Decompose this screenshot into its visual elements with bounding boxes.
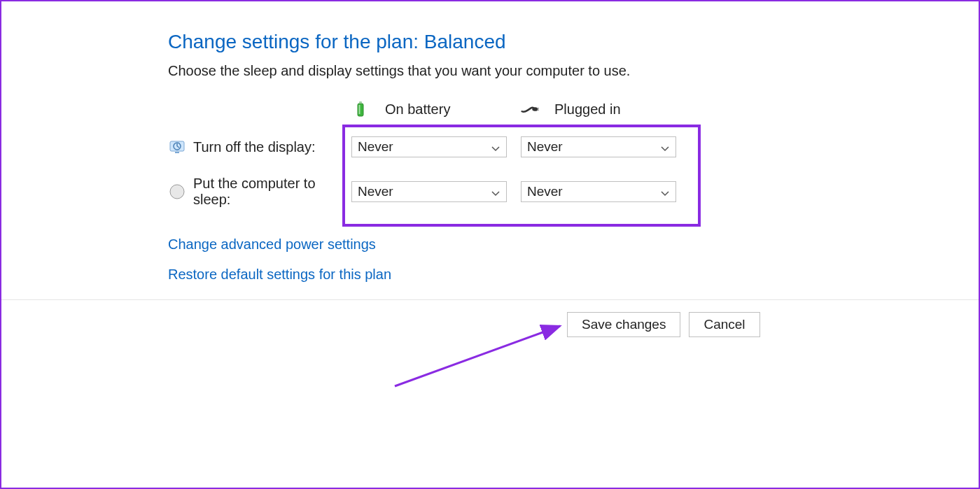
svg-point-3	[532, 107, 538, 111]
save-changes-button[interactable]: Save changes	[567, 312, 680, 337]
svg-rect-7	[175, 152, 179, 153]
display-battery-select[interactable]: Never	[351, 136, 507, 157]
sleep-battery-select[interactable]: Never	[351, 181, 507, 202]
display-plugged-select[interactable]: Never	[521, 136, 676, 157]
column-header-battery: On battery	[351, 100, 507, 118]
links-section: Change advanced power settings Restore d…	[168, 236, 391, 297]
window-frame: Change settings for the plan: Balanced C…	[0, 0, 980, 489]
cancel-button[interactable]: Cancel	[689, 312, 760, 337]
sleep-plugged-value: Never	[527, 184, 563, 199]
row-label-display-text: Turn off the display:	[193, 139, 316, 155]
main-content: Change settings for the plan: Balanced C…	[168, 31, 798, 208]
advanced-settings-link[interactable]: Change advanced power settings	[168, 236, 376, 253]
column-header-plugged-label: Plugged in	[554, 101, 621, 118]
save-changes-label: Save changes	[582, 317, 666, 332]
battery-icon	[351, 100, 370, 118]
svg-point-11	[170, 185, 184, 199]
restore-defaults-link[interactable]: Restore default settings for this plan	[168, 267, 391, 283]
page-title: Change settings for the plan: Balanced	[168, 31, 798, 53]
svg-rect-2	[359, 105, 360, 114]
svg-rect-1	[359, 101, 362, 104]
annotation-arrow	[389, 315, 571, 392]
column-header-plugged: Plugged in	[521, 100, 676, 118]
chevron-down-icon	[660, 142, 670, 152]
plug-icon	[521, 100, 539, 118]
row-label-sleep-text: Put the computer to sleep:	[193, 176, 351, 208]
column-header-battery-label: On battery	[385, 101, 450, 118]
row-label-sleep: Put the computer to sleep:	[168, 176, 351, 208]
settings-grid: On battery Plugged in	[168, 100, 798, 208]
chevron-down-icon	[660, 187, 670, 197]
sleep-plugged-select[interactable]: Never	[521, 181, 676, 202]
moon-icon	[168, 183, 186, 201]
divider	[1, 299, 979, 300]
display-battery-value: Never	[358, 139, 393, 155]
sleep-battery-value: Never	[358, 184, 393, 199]
display-plugged-value: Never	[527, 139, 563, 155]
monitor-icon	[168, 138, 186, 156]
chevron-down-icon	[491, 142, 500, 152]
svg-rect-0	[358, 104, 363, 116]
row-label-display: Turn off the display:	[168, 138, 351, 156]
cancel-label: Cancel	[704, 317, 745, 332]
svg-line-13	[395, 326, 560, 386]
chevron-down-icon	[491, 187, 500, 197]
button-bar: Save changes Cancel	[567, 312, 760, 337]
page-subtitle: Choose the sleep and display settings th…	[168, 63, 798, 79]
